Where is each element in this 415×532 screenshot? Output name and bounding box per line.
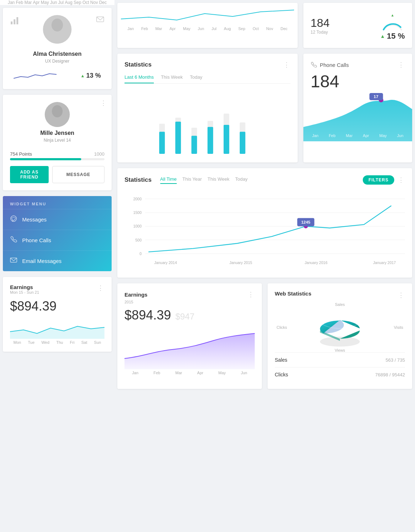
clicks-value: 76898 / 95442 (375, 372, 405, 377)
add-friend-button[interactable]: ADD AS FRIEND (10, 166, 49, 183)
clicks-label: Clicks (275, 372, 288, 377)
weekday-tue: Tue (28, 340, 35, 345)
phone-calls-icon (10, 236, 17, 245)
svg-rect-2 (16, 17, 18, 24)
chart-month-may: May (183, 26, 190, 31)
chart-month-apr: Apr (170, 26, 176, 31)
svg-rect-20 (224, 125, 229, 154)
pie-chart-svg (315, 308, 365, 347)
phone-calls-card: Phone Calls ⋮ 184 (303, 54, 412, 162)
earnings-right-menu[interactable]: ⋮ (248, 291, 255, 298)
statistics-big-card: Statistics All Time This Year This Week … (117, 168, 412, 278)
svg-rect-0 (11, 21, 13, 24)
phone-month-mar: Mar (346, 133, 353, 138)
web-statistics-card: Web Statistics ⋮ Sales Views Clicks Visi… (268, 283, 412, 389)
statistics-bar-card: Statistics ⋮ Last 6 Months This Week Tod… (117, 54, 298, 162)
chart-month-mar: Mar (155, 26, 162, 31)
sales-label-top: Sales (335, 302, 345, 307)
sparkline-1 (14, 69, 57, 82)
tab-this-week-small[interactable]: This Week (161, 74, 183, 83)
web-stats-menu[interactable]: ⋮ (398, 291, 405, 299)
statistics-small-title: Statistics (125, 61, 152, 68)
phone-month-may: May (379, 133, 387, 138)
tab-today-big[interactable]: Today (235, 176, 248, 184)
weekday-mon: Mon (14, 340, 21, 345)
tab-today-small[interactable]: Today (190, 74, 202, 83)
svg-text:January 2015: January 2015 (229, 260, 252, 265)
earnings-year: 2015 (125, 300, 255, 304)
month-jun: Jun (50, 0, 57, 5)
chart-month-aug: Aug (224, 26, 231, 31)
statistics-big-menu[interactable]: ⋮ (398, 176, 405, 184)
earnings-card-left: Earnings Mon 15 - Sun 21 ⋮ $894.39 Mon T… (3, 277, 112, 352)
tab-this-year[interactable]: This Year (182, 176, 202, 184)
tab-all-time[interactable]: All Time (160, 176, 177, 184)
earnings-amount-left: $894.39 (10, 299, 104, 314)
clicks-label-left: Clicks (277, 325, 287, 330)
svg-rect-22 (240, 132, 245, 154)
phone-month-feb: Feb (329, 133, 336, 138)
profile2-role: Ninja Level 14 (44, 138, 71, 143)
earnings-month-may: May (218, 371, 226, 375)
mail-icon (96, 15, 104, 24)
svg-marker-10 (391, 14, 394, 16)
svg-point-49 (320, 337, 360, 347)
tab-this-week-big[interactable]: This Week (208, 176, 229, 184)
month-jul: Jul (58, 0, 64, 5)
phone-calls-number: 184 (311, 72, 405, 91)
svg-text:January 2017: January 2017 (373, 260, 396, 265)
svg-text:500: 500 (135, 238, 142, 242)
earnings-mini-chart (10, 317, 104, 339)
profile2-menu-dots[interactable]: ⋮ (100, 99, 107, 107)
tab-last-6-months[interactable]: Last 6 Months (125, 74, 154, 83)
month-aug: Aug (65, 0, 72, 5)
month-jan: Jan (8, 0, 15, 5)
widget-menu-item-email[interactable]: Email Messages (3, 250, 112, 271)
phone-month-jan: Jan (312, 133, 318, 138)
statistics-big-svg: 2000 1500 1000 500 0 1245 January 2014 J… (125, 190, 405, 269)
phone-icon (311, 62, 317, 68)
profile2-name: Mille Jensen (40, 130, 74, 136)
svg-rect-12 (159, 132, 165, 154)
month-oct: Oct (82, 0, 89, 5)
chart-month-sep: Sep (238, 26, 245, 31)
top-stat-card: 184 12 Today ▲ 15 % (303, 3, 412, 48)
arc-chart (380, 10, 405, 31)
email-icon (10, 257, 17, 265)
phone-calls-label: Phone Calls (22, 237, 51, 243)
sales-value: 563 / 735 (386, 357, 405, 363)
svg-text:1000: 1000 (133, 224, 142, 228)
earnings-date: Mon 15 - Sun 21 (10, 290, 39, 294)
filters-button[interactable]: FILTERS (363, 175, 394, 185)
weekday-sat: Sat (81, 340, 87, 345)
phone-month-jun: Jun (397, 133, 404, 138)
message-button[interactable]: MESSAGE (52, 166, 104, 183)
views-label-bottom: Views (335, 348, 345, 352)
earnings-month-jan: Jan (132, 371, 138, 375)
profile-card-1: Alma Christensen UX Designer ▲ 13 % (3, 8, 112, 89)
earnings-menu-dots[interactable]: ⋮ (97, 284, 104, 292)
web-stats-title: Web Statistics (275, 291, 311, 297)
phone-calls-menu[interactable]: ⋮ (398, 61, 405, 69)
widget-menu: WIDGET MENU Messages Phone Calls Email M… (3, 196, 112, 271)
profile-card-2: ⋮ Mille Jensen Ninja Level 14 754 Points… (3, 95, 112, 190)
top-stat-sub: 12 Today (311, 30, 329, 35)
widget-menu-item-messages[interactable]: Messages (3, 209, 112, 230)
points-progress-bg (10, 158, 104, 160)
widget-menu-item-phone[interactable]: Phone Calls (3, 230, 112, 250)
chart-month-dec: Dec (280, 26, 288, 31)
profile1-role: UX Designer (10, 59, 104, 64)
month-sep: Sep (74, 0, 81, 5)
svg-point-3 (52, 19, 63, 31)
statistics-small-menu[interactable]: ⋮ (283, 61, 290, 69)
profile1-avatar (43, 15, 72, 44)
bottom-row: Earnings ⋮ 2015 $894.39 $947 (114, 280, 415, 392)
bar-chart-svg: Jan Feb Mar Apr May Jun (125, 89, 290, 154)
chart-month-jan: Jan (127, 26, 134, 31)
trend-arrow-up: ▲ (80, 73, 85, 78)
svg-rect-14 (175, 122, 181, 154)
svg-text:January 2014: January 2014 (154, 260, 177, 265)
month-feb: Feb (16, 0, 23, 5)
chart-month-feb: Feb (141, 26, 148, 31)
svg-point-6 (52, 105, 63, 117)
